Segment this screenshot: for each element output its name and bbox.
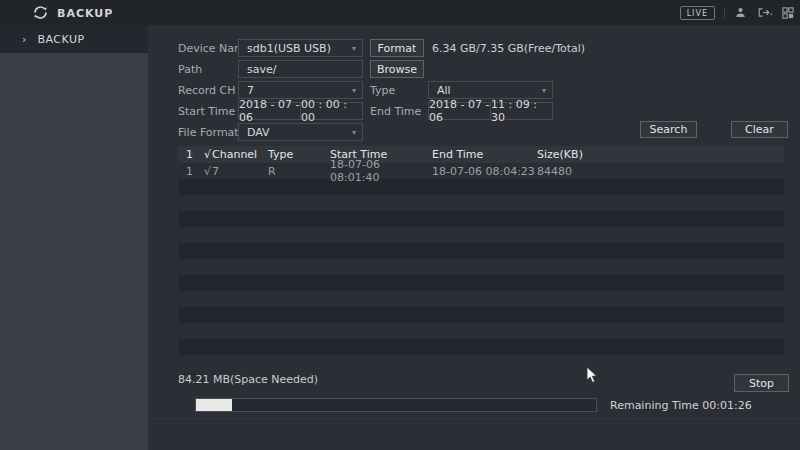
- row-size: 84480: [537, 165, 784, 178]
- table-header-row: 1 √ Channel Type Start Time End Time Siz…: [178, 146, 784, 163]
- table-row[interactable]: 1 √ 7 R 18-07-06 08:01:40 18-07-06 08:04…: [178, 163, 784, 179]
- table-row-empty: [178, 243, 784, 259]
- backup-progress-bar: [195, 398, 597, 412]
- format-button[interactable]: Format: [370, 39, 424, 57]
- table-empty-rows: [178, 179, 784, 355]
- col-channel: Channel: [212, 148, 257, 161]
- table-row-empty: [178, 307, 784, 323]
- start-time-field[interactable]: 2018 - 07 - 06 00 : 00 : 00: [238, 102, 363, 120]
- chevron-down-icon: ▾: [352, 86, 356, 95]
- row-start-time: 18-07-06 08:01:40: [330, 158, 432, 184]
- table-row-empty: [178, 259, 784, 275]
- start-time-label: Start Time: [178, 105, 235, 118]
- row-type: R: [268, 165, 330, 178]
- sidebar-item-backup[interactable]: › BACKUP: [0, 25, 148, 53]
- chevron-down-icon: ▾: [542, 86, 546, 95]
- end-date-value[interactable]: 2018 - 07 - 06: [429, 103, 491, 119]
- start-date-value[interactable]: 2018 - 07 - 06: [239, 103, 301, 119]
- backup-panel: Device Name sdb1(USB USB) ▾ Format 6.34 …: [148, 25, 800, 450]
- record-ch-value: 7: [247, 84, 254, 97]
- page-title: BACKUP: [57, 7, 113, 20]
- grid-icon[interactable]: [782, 5, 794, 21]
- checkbox-checked-icon[interactable]: √: [204, 148, 211, 161]
- capacity-text: 6.34 GB/7.35 GB(Free/Total): [432, 42, 585, 55]
- table-count: 1: [178, 148, 204, 161]
- col-end-time: End Time: [432, 148, 537, 161]
- footer-divider: [148, 418, 800, 419]
- table-row-empty: [178, 275, 784, 291]
- file-format-value: DAV: [247, 126, 270, 139]
- end-time-field[interactable]: 2018 - 07 - 06 11 : 09 : 30: [428, 102, 553, 120]
- table-row-empty: [178, 323, 784, 339]
- start-time-value[interactable]: 00 : 00 : 00: [301, 103, 362, 119]
- backup-sync-icon: [32, 4, 49, 21]
- type-select[interactable]: All ▾: [428, 81, 553, 99]
- row-index: 1: [178, 165, 204, 178]
- row-channel: 7: [212, 165, 219, 178]
- table-row-empty: [178, 179, 784, 195]
- chevron-right-icon: ›: [22, 33, 26, 46]
- logout-icon[interactable]: [756, 5, 773, 21]
- stop-button[interactable]: Stop: [734, 374, 789, 392]
- space-needed-text: 84.21 MB(Space Needed): [178, 373, 318, 386]
- sidebar-item-label: BACKUP: [37, 33, 84, 46]
- file-format-label: File Format: [178, 126, 239, 139]
- app-window: BACKUP LIVE: [0, 0, 800, 450]
- col-size: Size(KB): [537, 148, 784, 161]
- search-button[interactable]: Search: [640, 121, 697, 138]
- record-ch-select[interactable]: 7 ▾: [238, 81, 363, 99]
- device-name-select[interactable]: sdb1(USB USB) ▾: [238, 39, 363, 57]
- type-label: Type: [370, 84, 395, 97]
- top-bar: BACKUP LIVE: [0, 0, 800, 25]
- end-time-value[interactable]: 11 : 09 : 30: [491, 103, 552, 119]
- sidebar: › BACKUP: [0, 25, 148, 450]
- clear-button[interactable]: Clear: [731, 121, 788, 138]
- device-name-value: sdb1(USB USB): [247, 42, 331, 55]
- end-time-label: End Time: [370, 105, 421, 118]
- path-input[interactable]: save/: [238, 60, 363, 78]
- remaining-time-text: Remaining Time 00:01:26: [610, 399, 752, 412]
- table-row-empty: [178, 339, 784, 355]
- chevron-down-icon: ▾: [352, 128, 356, 137]
- results-table: 1 √ Channel Type Start Time End Time Siz…: [178, 146, 784, 355]
- user-icon[interactable]: [734, 5, 747, 21]
- progress-fill: [196, 399, 232, 411]
- mouse-cursor: [586, 366, 598, 384]
- table-row-empty: [178, 227, 784, 243]
- topbar-divider: [724, 7, 725, 19]
- col-type: Type: [268, 148, 330, 161]
- topbar-actions: LIVE: [680, 0, 794, 25]
- table-row-empty: [178, 195, 784, 211]
- live-button[interactable]: LIVE: [680, 6, 715, 20]
- row-end-time: 18-07-06 08:04:23: [432, 165, 537, 178]
- checkbox-checked-icon[interactable]: √: [204, 165, 211, 178]
- chevron-down-icon: ▾: [352, 44, 356, 53]
- type-value: All: [437, 84, 451, 97]
- table-row-empty: [178, 211, 784, 227]
- file-format-select[interactable]: DAV ▾: [238, 123, 363, 141]
- record-ch-label: Record CH: [178, 84, 235, 97]
- table-row-empty: [178, 291, 784, 307]
- browse-button[interactable]: Browse: [370, 60, 424, 78]
- path-label: Path: [178, 63, 202, 76]
